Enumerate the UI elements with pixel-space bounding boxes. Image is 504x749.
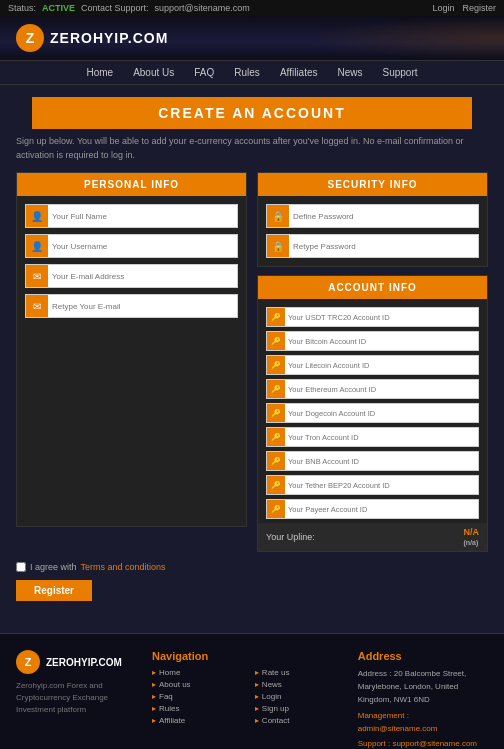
ethereum-input[interactable] — [285, 383, 478, 396]
footer-nav-col: Navigation Home About us Faq Rules Affil… — [152, 650, 239, 749]
bitcoin-icon: 🔑 — [267, 332, 285, 350]
nav-affiliates[interactable]: Affiliates — [270, 61, 328, 84]
account-info-panel: ACCOUNT INFO 🔑 🔑 🔑 🔑 — [257, 275, 488, 552]
security-info-fields: 🔒 🔒 — [258, 196, 487, 266]
footer-link-contact[interactable]: Contact — [255, 716, 342, 725]
nav-about[interactable]: About Us — [123, 61, 184, 84]
security-account-col: SECURITY INFO 🔒 🔒 ACCOUNT INFO — [257, 172, 488, 552]
personal-info-header: PERSONAL INFO — [17, 173, 246, 196]
retype-email-icon: ✉ — [26, 295, 48, 317]
logo-zerohyip: ZEROHYIP — [50, 30, 128, 46]
footer-link-signup[interactable]: Sign up — [255, 704, 342, 713]
footer-nav-rules[interactable]: Rules — [152, 704, 239, 713]
fullname-icon: 👤 — [26, 205, 48, 227]
signup-description: Sign up below. You will be able to add y… — [16, 135, 488, 162]
nav-home[interactable]: Home — [76, 61, 123, 84]
footer-logo-name: ZEROHYIP — [46, 657, 96, 668]
footer-link-news[interactable]: News — [255, 680, 342, 689]
footer-nav-about[interactable]: About us — [152, 680, 239, 689]
footer-addr-title: Address — [358, 650, 488, 662]
personal-info-panel: PERSONAL INFO 👤 👤 ✉ ✉ — [16, 172, 247, 527]
usdt-row: 🔑 — [266, 307, 479, 327]
retype-password-icon: 🔒 — [267, 235, 289, 257]
footer-nav-affiliate[interactable]: Affiliate — [152, 716, 239, 725]
top-bar-left: Status: ACTIVE Contact Support: support@… — [8, 3, 250, 13]
nav-rules[interactable]: Rules — [224, 61, 270, 84]
status-label: Status: — [8, 3, 36, 13]
email-input[interactable] — [48, 269, 237, 284]
retype-password-row: 🔒 — [266, 234, 479, 258]
footer-address: Address : 20 Balcombe Street, Marylebone… — [358, 668, 488, 706]
footer-links-col: - Rate us News Login Sign up Contact — [255, 650, 342, 749]
fullname-row: 👤 — [25, 204, 238, 228]
litecoin-icon: 🔑 — [267, 356, 285, 374]
logo-icon: Z — [16, 24, 44, 52]
fullname-input[interactable] — [48, 209, 237, 224]
footer-link-rateus[interactable]: Rate us — [255, 668, 342, 677]
bnb-input[interactable] — [285, 455, 478, 468]
footer-logo-icon: Z — [16, 650, 40, 674]
retype-email-row: ✉ — [25, 294, 238, 318]
username-row: 👤 — [25, 234, 238, 258]
agree-row: I agree with Terms and conditions — [16, 562, 488, 572]
password-input[interactable] — [289, 209, 478, 224]
nav-support[interactable]: Support — [373, 61, 428, 84]
retype-email-input[interactable] — [48, 299, 237, 314]
account-info-fields: 🔑 🔑 🔑 🔑 — [258, 299, 487, 523]
page-title: CREATE AN ACCOUNT — [32, 97, 472, 129]
top-bar-right: Login Register — [432, 3, 496, 13]
logo: Z ZEROHYIP.COM — [16, 24, 168, 52]
footer-link-login[interactable]: Login — [255, 692, 342, 701]
contact-email: support@sitename.com — [155, 3, 250, 13]
password-icon: 🔒 — [267, 205, 289, 227]
management-email: admin@sitename.com — [358, 724, 438, 733]
register-link[interactable]: Register — [462, 3, 496, 13]
login-link[interactable]: Login — [432, 3, 454, 13]
bitcoin-input[interactable] — [285, 335, 478, 348]
footer-addr-col: Address Address : 20 Balcombe Street, Ma… — [358, 650, 488, 749]
footer-support: Support : support@sitename.com — [358, 738, 488, 749]
top-bar: Status: ACTIVE Contact Support: support@… — [0, 0, 504, 16]
payeer-row: 🔑 — [266, 499, 479, 519]
dogecoin-input[interactable] — [285, 407, 478, 420]
left-spacer — [17, 326, 246, 526]
agree-checkbox[interactable] — [16, 562, 26, 572]
security-info-header: SECURITY INFO — [258, 173, 487, 196]
terms-link[interactable]: Terms and conditions — [81, 562, 166, 572]
retype-password-input[interactable] — [289, 239, 478, 254]
usdt-icon: 🔑 — [267, 308, 285, 326]
litecoin-input[interactable] — [285, 359, 478, 372]
nav-news[interactable]: News — [328, 61, 373, 84]
bnb-row: 🔑 — [266, 451, 479, 471]
support-email: support@sitename.com — [392, 739, 477, 748]
management-label: Management : — [358, 711, 409, 720]
footer-nav-home[interactable]: Home — [152, 668, 239, 677]
tether-bep20-input[interactable] — [285, 479, 478, 492]
tron-icon: 🔑 — [267, 428, 285, 446]
footer-management: Management : admin@sitename.com — [358, 710, 488, 736]
personal-info-col: PERSONAL INFO 👤 👤 ✉ ✉ — [16, 172, 247, 527]
nav-faq[interactable]: FAQ — [184, 61, 224, 84]
username-icon: 👤 — [26, 235, 48, 257]
ethereum-row: 🔑 — [266, 379, 479, 399]
ethereum-icon: 🔑 — [267, 380, 285, 398]
email-row: ✉ — [25, 264, 238, 288]
payeer-input[interactable] — [285, 503, 478, 516]
form-layout: PERSONAL INFO 👤 👤 ✉ ✉ — [16, 172, 488, 552]
tether-bep20-row: 🔑 — [266, 475, 479, 495]
register-button[interactable]: Register — [16, 580, 92, 601]
agree-text: I agree with — [30, 562, 77, 572]
support-label: Support : — [358, 739, 393, 748]
upline-sub: (n/a) — [464, 539, 479, 546]
username-input[interactable] — [48, 239, 237, 254]
footer-logo-text: ZEROHYIP.COM — [46, 657, 122, 668]
main-content: CREATE AN ACCOUNT Sign up below. You wil… — [0, 97, 504, 617]
contact-label: Contact Support: — [81, 3, 149, 13]
upline-label: Your Upline: — [266, 532, 315, 542]
main-nav: Home About Us FAQ Rules Affiliates News … — [0, 61, 504, 85]
status-value: ACTIVE — [42, 3, 75, 13]
usdt-input[interactable] — [285, 311, 478, 324]
footer-nav-faq[interactable]: Faq — [152, 692, 239, 701]
tron-input[interactable] — [285, 431, 478, 444]
footer-description: Zerohyip.com Forex and Cryptocurrency Ex… — [16, 680, 136, 716]
